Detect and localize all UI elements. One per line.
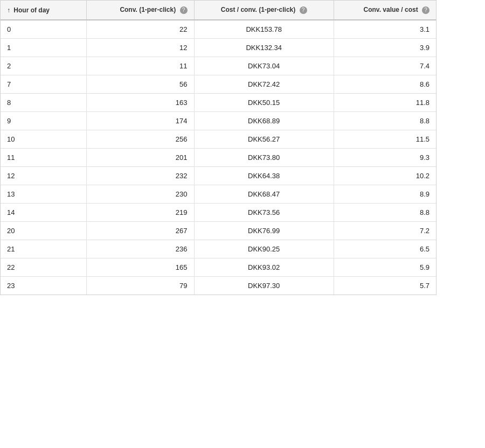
cell-cost: DKK73.04 <box>194 57 334 75</box>
cell-cost: DKK73.56 <box>194 204 334 222</box>
table-row: 10256DKK56.2711.5 <box>1 130 436 149</box>
table-header-row: ↑ Hour of day Conv. (1-per-click) ? Cost… <box>1 1 436 20</box>
cell-cost: DKK73.80 <box>194 149 334 167</box>
table-row: 14219DKK73.568.8 <box>1 204 436 222</box>
cell-hour: 21 <box>1 240 86 258</box>
table-row: 20267DKK76.997.2 <box>1 222 436 240</box>
cell-value: 8.6 <box>334 75 436 94</box>
cell-conv: 79 <box>86 277 194 295</box>
cell-hour: 23 <box>1 277 86 295</box>
cell-value: 11.5 <box>334 130 436 149</box>
cell-conv: 236 <box>86 240 194 258</box>
cell-hour: 9 <box>1 112 86 130</box>
col-header-value[interactable]: Conv. value / cost ? <box>334 1 436 20</box>
cell-value: 7.4 <box>334 57 436 75</box>
value-help-icon[interactable]: ? <box>422 6 429 14</box>
cell-conv: 174 <box>86 112 194 130</box>
data-table: ↑ Hour of day Conv. (1-per-click) ? Cost… <box>0 0 436 295</box>
cell-conv: 12 <box>86 39 194 57</box>
cell-cost: DKK64.38 <box>194 167 334 185</box>
cell-value: 10.2 <box>334 167 436 185</box>
cell-cost: DKK50.15 <box>194 94 334 112</box>
col-header-value-label: Conv. value / cost <box>364 6 418 13</box>
cell-hour: 11 <box>1 149 86 167</box>
cell-cost: DKK68.47 <box>194 185 334 204</box>
cell-value: 11.8 <box>334 94 436 112</box>
cell-conv: 201 <box>86 149 194 167</box>
table-row: 12232DKK64.3810.2 <box>1 167 436 185</box>
cell-hour: 8 <box>1 94 86 112</box>
cell-conv: 56 <box>86 75 194 94</box>
col-header-conv[interactable]: Conv. (1-per-click) ? <box>86 1 194 20</box>
table-row: 022DKK153.783.1 <box>1 20 436 39</box>
table-row: 756DKK72.428.6 <box>1 75 436 94</box>
cell-hour: 14 <box>1 204 86 222</box>
cell-hour: 12 <box>1 167 86 185</box>
cell-cost: DKK97.30 <box>194 277 334 295</box>
cell-value: 3.1 <box>334 20 436 39</box>
cell-value: 8.9 <box>334 185 436 204</box>
table-row: 21236DKK90.256.5 <box>1 240 436 258</box>
cell-hour: 20 <box>1 222 86 240</box>
col-header-cost-label: Cost / conv. (1-per-click) <box>221 6 295 13</box>
cell-hour: 1 <box>1 39 86 57</box>
sort-arrow-icon: ↑ <box>7 6 10 14</box>
cell-value: 6.5 <box>334 240 436 258</box>
col-header-cost[interactable]: Cost / conv. (1-per-click) ? <box>194 1 334 20</box>
cell-value: 5.9 <box>334 258 436 277</box>
cell-value: 8.8 <box>334 112 436 130</box>
col-header-hour[interactable]: ↑ Hour of day <box>1 1 86 20</box>
cell-hour: 10 <box>1 130 86 149</box>
cell-cost: DKK56.27 <box>194 130 334 149</box>
cell-value: 3.9 <box>334 39 436 57</box>
col-header-hour-label: Hour of day <box>13 6 50 14</box>
cell-value: 7.2 <box>334 222 436 240</box>
cell-conv: 256 <box>86 130 194 149</box>
table-row: 22165DKK93.025.9 <box>1 258 436 277</box>
cell-value: 5.7 <box>334 277 436 295</box>
cell-hour: 7 <box>1 75 86 94</box>
table-row: 2379DKK97.305.7 <box>1 277 436 295</box>
cell-conv: 232 <box>86 167 194 185</box>
cost-help-icon[interactable]: ? <box>300 6 307 14</box>
cell-cost: DKK72.42 <box>194 75 334 94</box>
cell-cost: DKK93.02 <box>194 258 334 277</box>
cell-value: 8.8 <box>334 204 436 222</box>
cell-conv: 163 <box>86 94 194 112</box>
cell-conv: 267 <box>86 222 194 240</box>
cell-cost: DKK153.78 <box>194 20 334 39</box>
cell-cost: DKK76.99 <box>194 222 334 240</box>
cell-value: 9.3 <box>334 149 436 167</box>
cell-cost: DKK132.34 <box>194 39 334 57</box>
cell-cost: DKK90.25 <box>194 240 334 258</box>
cell-conv: 11 <box>86 57 194 75</box>
cell-conv: 22 <box>86 20 194 39</box>
table-row: 8163DKK50.1511.8 <box>1 94 436 112</box>
conv-help-icon[interactable]: ? <box>180 6 188 14</box>
table-row: 211DKK73.047.4 <box>1 57 436 75</box>
table-row: 9174DKK68.898.8 <box>1 112 436 130</box>
cell-hour: 0 <box>1 20 86 39</box>
cell-hour: 13 <box>1 185 86 204</box>
table-row: 112DKK132.343.9 <box>1 39 436 57</box>
cell-conv: 219 <box>86 204 194 222</box>
cell-conv: 165 <box>86 258 194 277</box>
cell-conv: 230 <box>86 185 194 204</box>
table-row: 11201DKK73.809.3 <box>1 149 436 167</box>
cell-cost: DKK68.89 <box>194 112 334 130</box>
cell-hour: 2 <box>1 57 86 75</box>
table-row: 13230DKK68.478.9 <box>1 185 436 204</box>
cell-hour: 22 <box>1 258 86 277</box>
col-header-conv-label: Conv. (1-per-click) <box>120 6 176 13</box>
